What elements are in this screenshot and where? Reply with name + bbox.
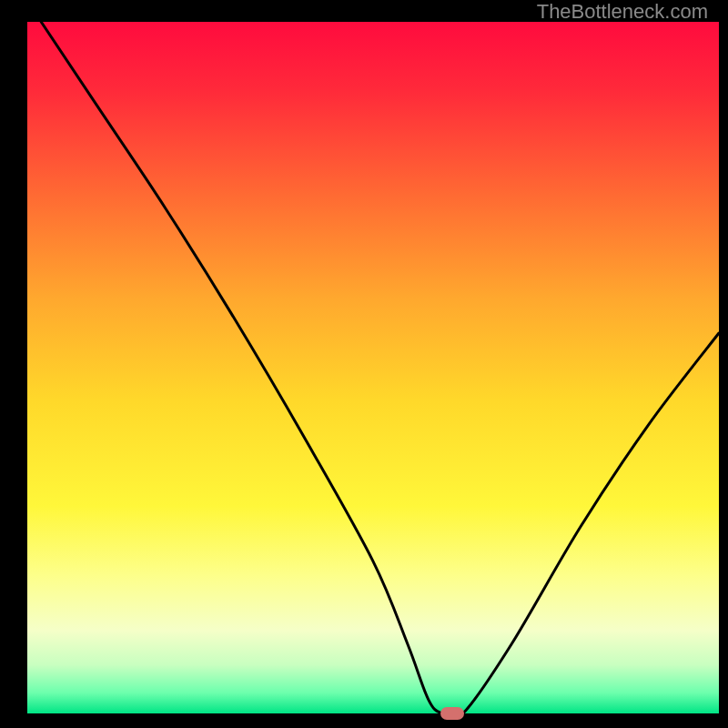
- optimal-point-marker: [440, 707, 464, 720]
- plot-svg: [27, 22, 719, 713]
- chart-frame: TheBottleneck.com: [9, 0, 719, 719]
- gradient-background: [27, 22, 719, 713]
- bottleneck-plot: [27, 22, 719, 713]
- watermark-label: TheBottleneck.com: [537, 0, 708, 24]
